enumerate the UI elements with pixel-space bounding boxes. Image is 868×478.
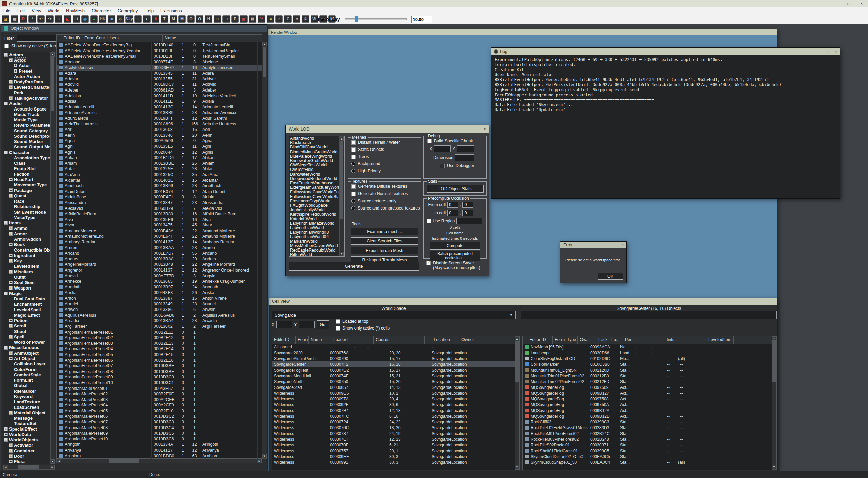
tree-item[interactable]: + WorldData [3,432,50,437]
cell-row[interactable]: Wilderness 000307B4 12, 18 SovngardeLoca… [272,407,519,413]
tree-item[interactable]: Sound Output Model [3,144,50,150]
toolbar-speech-icon[interactable]: ◗ [143,15,151,23]
texture-radio[interactable] [351,199,355,203]
tree-item[interactable]: Association Type [3,155,50,160]
object-row[interactable]: RockCliff03 000399C3 Sta... -- -- [523,419,776,425]
cell-row[interactable]: Wilderness 000309C6 10, 2 SovngardeLocat… [272,390,519,396]
tree-expander-icon[interactable]: + [9,411,13,415]
tree-item[interactable]: + TalkingActivator [3,95,50,101]
tree-item[interactable]: + Door [3,453,50,459]
object-table-row[interactable]: Alessandra 00013347 1 23 Alessandra [57,200,262,206]
scroll-left-icon[interactable]: ◄ [57,459,61,463]
tree-expander-icon[interactable]: + [9,96,13,100]
cell-row[interactable]: Wilderness 0003097A 20, 4 SovngardeLocat… [272,396,519,402]
scrollbar-thumb[interactable] [109,459,139,463]
use-region-checkbox[interactable] [427,219,431,223]
scroll-up-icon[interactable]: ▲ [262,42,267,46]
tree-expander-icon[interactable]: + [9,85,13,89]
tree-expander-icon[interactable]: + [9,351,13,355]
column-header[interactable]: Lo... [609,336,623,344]
object-table-row[interactable]: Anwen 00013386 1 6 Anwen [57,307,262,313]
tree-item[interactable]: LoadScreen [3,404,50,410]
object-table-row[interactable]: Adeber 000661AD 1 3 Adeber [57,87,262,93]
tree-expander-icon[interactable]: + [9,454,13,458]
tree-item[interactable]: + Ammo [3,225,50,231]
tree-item[interactable]: - Audio [3,101,50,106]
object-table-row[interactable]: Ainethach 00013B69 1 28 Ainethach [57,183,262,189]
tree-item[interactable]: + Art Object [3,356,50,361]
scroll-up-icon[interactable]: ▲ [340,137,344,141]
filter-input[interactable] [17,35,59,42]
object-table-row[interactable]: AelaTheHuntress 0001A696 1 166 Aela the … [57,121,262,127]
tree-expander-icon[interactable]: + [4,433,8,436]
object-table-horizontal-scrollbar[interactable]: ◄ ► [56,459,262,463]
texture-checkbox[interactable] [351,192,356,196]
log-close-button[interactable]: × [835,49,837,54]
toolbar-data-folder-icon[interactable]: ◪ [2,15,9,23]
tree-item[interactable]: + Actor [3,63,50,68]
object-row[interactable]: MountainTrim02PineForest02 000212FD Sta.… [523,379,776,384]
tree-item[interactable]: SM Event Node [3,209,50,215]
toolbar-filter-o-small-icon[interactable]: O [196,15,203,23]
worldspace-item[interactable]: BloatedMansGrottoWorld [289,150,344,154]
tree-expander-icon[interactable]: + [9,259,13,263]
object-table-row[interactable]: Arnbiorn 0001BDB0 1 63 Arnbiorn [57,453,262,459]
column-header[interactable]: Count [94,35,105,42]
log-titlebar[interactable]: Log – □ × [491,48,840,55]
cell-objects-scrollbar[interactable]: ▲ ▼ [772,336,776,470]
object-table-row[interactable]: Angvid 000AE77D 1 3 Angvid [57,273,262,279]
tree-item[interactable]: + LeveledCharacter [3,84,50,90]
tree-item[interactable]: Sound Marker [3,139,50,144]
scroll-down-icon[interactable]: ▼ [51,459,55,464]
cell-row[interactable]: Wilderness 00030787 24, 19 SovngardeLoca… [272,431,519,436]
column-header[interactable]: Owner [459,336,476,344]
tree-item[interactable]: + Container [3,448,50,453]
object-table-row[interactable]: AADeleteWhenDoneTestJeremySmall 0010D13F… [57,54,262,59]
object-table-row[interactable]: AquiliusAeresius 000D6AD8 1 2 Aquilius A… [57,313,262,318]
tree-item[interactable]: + Quest [3,193,50,198]
object-table-row[interactable]: AiaArria 0001325C 1 35 Aia Arria [57,172,262,178]
tree-item[interactable]: Collision Layer [3,361,50,366]
object-table-row[interactable]: ArgonianMalePreset04 000A2CF0 0 1 [57,402,262,408]
object-table-row[interactable]: ArgonianMalePreset05 000B2E10 0 1 [57,408,262,414]
object-table-row[interactable]: Ancano 0001E7D7 1 56 Ancano [57,251,262,256]
object-table-row[interactable]: ArgonianMalePreset01 00043E57 0 1 [57,385,262,391]
worldspace-item[interactable]: LabyrinthianWorld04 [289,235,344,239]
object-table-row[interactable]: ArgonianFemalePreset07 0010D3BE 0 1 [57,363,262,369]
object-table-row[interactable]: AmbarysRendar 0001413E 1 14 Ambarys Rend… [57,239,262,245]
toolbar-multibound-icon[interactable]: ⊠ [249,15,256,23]
tree-expander-icon[interactable]: + [9,460,13,463]
object-table-row[interactable]: ArgonianMalePreset06 0010D3C2 0 1 [57,414,262,419]
scrollbar-thumb[interactable] [263,47,266,77]
toolbar-filter-m-circle-icon[interactable]: M [178,15,186,23]
object-table-row[interactable]: Arivanya 00014127 1 12 Arivanya [57,447,262,453]
menu-item[interactable]: Character [88,7,114,14]
object-window[interactable]: Object Window × Filter Show only active … [1,24,267,471]
object-table-row[interactable]: Amren 00013BAA 1 23 Amren [57,245,262,251]
tree-item[interactable]: Reverb Parameter [3,122,50,128]
lod-object-stats-button[interactable]: LOD Object Stats [427,185,484,193]
object-table-row[interactable]: AADeleteWhenDoneTestJeremyRegular 0010D1… [57,48,262,54]
column-header[interactable]: Initi... [637,336,706,344]
tree-item[interactable]: Actor Action [3,74,50,79]
object-table-row[interactable]: AduriSarethi 00019BFF 1 12 Aduri Sarethi [57,116,262,121]
menu-item[interactable]: Help [141,7,157,14]
object-table-row[interactable]: ArgonianFemalePreset02 000B2E12 0 1 [57,335,262,341]
scroll-down-icon[interactable]: ▼ [340,252,344,256]
tree-item[interactable]: + Key [3,258,50,263]
object-table-row[interactable]: Anuriel 00013349 1 28 Anuriel [57,301,262,307]
object-window-titlebar[interactable]: Object Window × [1,25,267,32]
toolbar-filter-m-icon[interactable]: M [170,15,177,23]
worldspace-item[interactable]: MarkarthWorld [289,239,344,244]
tree-item[interactable]: + Spell [3,334,50,339]
menu-item[interactable]: File [0,7,14,14]
tree-item[interactable]: Perk [3,90,50,95]
object-table-row[interactable]: Addvild 00019DC7 1 11 Addvild [57,82,262,87]
tree-expander-icon[interactable]: - [4,151,8,154]
tree-expander-icon[interactable]: + [9,80,13,84]
tree-item[interactable]: Shout [3,328,50,334]
cell-row[interactable]: Wilderness 0003092E 30, 6 SovngardeLocat… [272,402,519,407]
world-lod-titlebar[interactable]: World LOD × [286,125,489,133]
object-table-row[interactable]: Adelaisa 0001411D 1 19 Adelaisa Vendicci [57,93,262,99]
mesh-checkbox[interactable] [351,140,356,145]
